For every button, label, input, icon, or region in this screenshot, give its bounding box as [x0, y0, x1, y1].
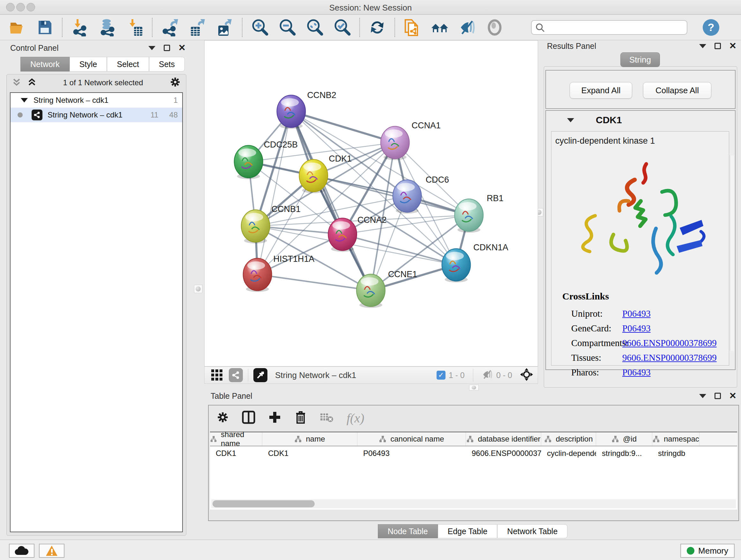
collapse-all-networks-icon[interactable]: [12, 77, 21, 88]
panel-menu-icon[interactable]: [699, 44, 706, 48]
zoom-in-icon[interactable]: [251, 18, 269, 37]
string-view-icon[interactable]: [229, 368, 243, 382]
show-eye-icon[interactable]: [486, 18, 503, 37]
table-column-header[interactable]: database identifier: [466, 432, 541, 446]
locate-crosshair-icon[interactable]: [520, 368, 533, 382]
table-column-header[interactable]: canonical name: [357, 432, 466, 446]
collapse-all-button[interactable]: Collapse All: [643, 82, 711, 99]
toolbar-separator: [248, 369, 248, 381]
control-panel-tab[interactable]: Network: [20, 57, 70, 71]
crosslink-row: GeneCard: P06493: [562, 321, 729, 335]
table-column-header[interactable]: namespac: [652, 432, 699, 446]
table-cell[interactable]: stringdb:9...: [596, 446, 652, 460]
homes-icon[interactable]: [431, 18, 449, 37]
import-network-icon[interactable]: [71, 18, 89, 37]
left-splitter-handle[interactable]: [194, 285, 202, 293]
table-tab[interactable]: Edge Table: [438, 524, 497, 538]
panel-menu-icon[interactable]: [148, 46, 155, 50]
svg-text:HIST1H1A: HIST1H1A: [273, 254, 315, 264]
control-panel-tab[interactable]: Sets: [149, 57, 185, 71]
open-session-icon[interactable]: [8, 18, 26, 37]
birdseye-view-icon[interactable]: [253, 368, 267, 382]
export-table-icon[interactable]: [188, 18, 206, 37]
import-database-icon[interactable]: [98, 18, 116, 37]
export-image-icon[interactable]: [216, 18, 233, 37]
export-network-icon[interactable]: [161, 18, 179, 37]
svg-text:CDKN1A: CDKN1A: [473, 243, 508, 252]
network-svg: CCNB2CCNA1CDC25BCDK1CDC6RB1CCNB1CCNA2CDK…: [205, 41, 538, 366]
column-type-icon: [611, 435, 619, 443]
crosslink-label: Tissues:: [562, 353, 622, 363]
table-cell[interactable]: cyclin-dependent ...: [541, 446, 596, 460]
crosslink-label: Compartments:: [562, 338, 622, 348]
crosslink-row: Pharos: P06493: [562, 365, 729, 380]
cloud-status-button[interactable]: [9, 544, 35, 558]
help-icon[interactable]: ?: [703, 19, 719, 36]
table-row[interactable]: CDK1CDK1P064939606.ENSP00000378699cyclin…: [210, 446, 737, 460]
network-manager-box: 1 of 1 Network selected String Network –…: [6, 74, 186, 536]
table-cell[interactable]: stringdb: [652, 446, 685, 460]
table-cell[interactable]: 9606.ENSP00000378699: [466, 446, 541, 460]
panel-close-icon[interactable]: ✕: [179, 45, 186, 51]
table-tab[interactable]: Node Table: [378, 524, 438, 538]
network-label: String Network – cdk1: [48, 111, 123, 119]
crosslink-row: Compartments: 9606.ENSP00000378699: [562, 335, 729, 350]
column-type-icon: [210, 435, 217, 443]
control-panel-tab[interactable]: Style: [70, 57, 107, 71]
panel-float-icon[interactable]: [715, 393, 721, 399]
hide-eye-icon[interactable]: [458, 18, 476, 37]
column-type-icon: [652, 435, 660, 443]
collection-expand-icon[interactable]: [21, 98, 28, 103]
table-tab[interactable]: Network Table: [497, 524, 567, 538]
search-input[interactable]: [531, 20, 687, 35]
table-column-header[interactable]: description: [541, 432, 596, 446]
table-hscrollbar[interactable]: [211, 499, 736, 508]
results-scrollbar[interactable]: [730, 155, 734, 351]
delete-table-icon[interactable]: [320, 412, 334, 424]
crosslink-link[interactable]: P06493: [622, 308, 651, 319]
selected-checkbox-icon[interactable]: ✓: [436, 371, 446, 380]
save-session-icon[interactable]: [36, 18, 54, 37]
crosslink-link[interactable]: 9606.ENSP00000378699: [622, 353, 717, 363]
crosslink-link[interactable]: 9606.ENSP00000378699: [622, 338, 717, 348]
delete-column-icon[interactable]: [294, 410, 307, 426]
table-column-header[interactable]: name: [262, 432, 357, 446]
import-table-icon[interactable]: [126, 18, 144, 37]
tab-string[interactable]: String: [620, 52, 660, 67]
table-cell[interactable]: CDK1: [262, 446, 357, 460]
expand-all-networks-icon[interactable]: [27, 77, 37, 88]
bottom-splitter-handle[interactable]: [469, 385, 479, 390]
zoom-selected-icon[interactable]: [333, 18, 351, 37]
network-row[interactable]: String Network – cdk1 11 48: [10, 108, 182, 122]
table-column-header[interactable]: @id: [596, 432, 652, 446]
entry-collapse-icon[interactable]: [567, 118, 574, 122]
refresh-icon[interactable]: [368, 18, 386, 37]
expand-all-button[interactable]: Expand All: [569, 82, 632, 99]
table-hscrollbar-thumb[interactable]: [212, 500, 315, 507]
control-panel-tab[interactable]: Select: [107, 57, 149, 71]
table-cell[interactable]: CDK1: [210, 446, 262, 460]
network-canvas[interactable]: CCNB2CCNA1CDC25BCDK1CDC6RB1CCNB1CCNA2CDK…: [204, 40, 538, 367]
function-builder-icon[interactable]: f(x): [347, 411, 364, 426]
zoom-fit-icon[interactable]: [306, 18, 324, 37]
warning-status-button[interactable]: [39, 544, 64, 558]
show-columns-icon[interactable]: [242, 411, 255, 425]
memory-button[interactable]: Memory: [680, 544, 735, 558]
panel-close-icon[interactable]: ✕: [729, 43, 737, 49]
crosslink-link[interactable]: P06493: [622, 367, 651, 378]
crosslink-link[interactable]: P06493: [622, 323, 651, 334]
network-collection-row[interactable]: String Network – cdk1 1: [10, 93, 182, 108]
panel-close-icon[interactable]: ✕: [729, 393, 737, 399]
annotation-share-icon[interactable]: [403, 18, 421, 37]
panel-float-icon[interactable]: [164, 45, 170, 51]
network-options-gear-icon[interactable]: [170, 76, 181, 89]
zoom-out-icon[interactable]: [278, 18, 296, 37]
status-bar: Memory: [0, 540, 741, 560]
add-column-icon[interactable]: [268, 411, 281, 425]
table-settings-gear-icon[interactable]: [216, 411, 229, 425]
panel-float-icon[interactable]: [715, 43, 721, 49]
table-column-header[interactable]: shared name: [210, 432, 262, 446]
panel-menu-icon[interactable]: [699, 394, 706, 398]
grid-view-icon[interactable]: [209, 366, 225, 384]
table-cell[interactable]: P06493: [357, 446, 466, 460]
